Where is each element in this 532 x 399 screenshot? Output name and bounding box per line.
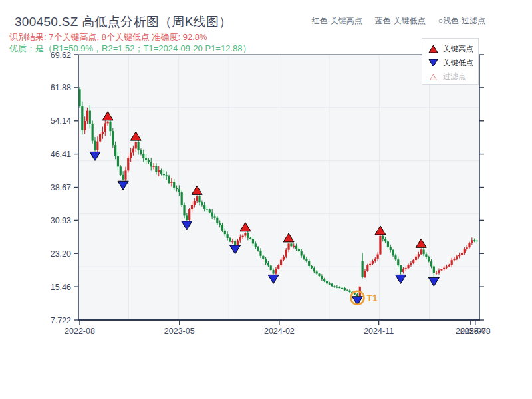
candle-body — [191, 205, 193, 209]
candle-body — [372, 261, 374, 264]
header-legend-key-low: 蓝色-关键低点 — [375, 15, 426, 27]
candle-body — [287, 243, 289, 249]
triangle-down-icon — [428, 59, 438, 67]
candle-body — [303, 255, 305, 258]
candle-body — [135, 142, 137, 149]
candle-body — [114, 145, 116, 156]
candle-body — [99, 134, 101, 142]
candle-body — [265, 259, 267, 263]
candle-body — [178, 189, 180, 192]
candle-body — [407, 265, 409, 268]
candle-body — [219, 223, 221, 225]
y-tick-label: 46.41 — [51, 150, 71, 159]
candle-body — [333, 286, 335, 287]
candle-body — [267, 263, 269, 265]
candle-body — [78, 89, 80, 106]
candle-body — [224, 231, 226, 234]
candle-body — [392, 250, 394, 255]
legend-item-key-low: 关键低点 — [428, 56, 478, 70]
candle-body — [203, 205, 205, 209]
candle-body — [308, 261, 310, 266]
candle-body — [476, 241, 478, 241]
quality-result-text: 优质：是（R1=50.9%，R2=1.52；T1=2024-09-20 P1=1… — [9, 43, 251, 55]
y-tick-label: 23.20 — [51, 249, 71, 259]
candle-body — [242, 236, 244, 237]
candle-body — [326, 281, 328, 283]
candle-body — [196, 196, 198, 201]
candle-body — [176, 188, 178, 189]
candle-body — [338, 287, 340, 288]
candle-body — [473, 240, 475, 241]
candle-body — [227, 234, 229, 238]
y-tick-label: 54.14 — [51, 116, 71, 126]
candle-body — [255, 243, 257, 247]
x-tick-label: 2023-05 — [164, 327, 195, 336]
candle-body — [84, 121, 86, 130]
candle-body — [471, 240, 473, 243]
candle-body — [94, 141, 96, 150]
candle-body — [341, 288, 343, 289]
candle-body — [234, 241, 236, 245]
legend-label: 过滤点 — [443, 72, 466, 82]
candle-body — [257, 247, 259, 251]
candle-body — [211, 213, 213, 217]
candle-body — [458, 255, 460, 256]
candle-body — [428, 257, 430, 261]
y-tick-label: 15.46 — [51, 283, 71, 292]
candle-body — [305, 259, 307, 261]
candle-body — [390, 247, 392, 251]
candle-body — [137, 142, 139, 150]
candle-body — [461, 253, 463, 255]
candle-body — [181, 192, 183, 205]
candle-body — [400, 265, 402, 272]
candle-body — [188, 209, 190, 220]
candle-body — [468, 243, 470, 247]
candle-body — [92, 124, 94, 141]
x-tick-label: 2024-11 — [364, 327, 394, 336]
candle-body — [132, 148, 134, 152]
candle-body — [354, 293, 356, 294]
candle-body — [433, 267, 435, 273]
triangle-up-icon — [428, 45, 438, 53]
candle-body — [198, 196, 200, 202]
candle-body — [148, 160, 150, 162]
candle-body — [102, 132, 104, 134]
candle-body — [405, 268, 407, 269]
candle-body — [158, 170, 160, 172]
candle-body — [252, 239, 254, 243]
candle-body — [425, 254, 427, 257]
candle-body — [410, 263, 412, 265]
candle-body — [173, 182, 175, 188]
candle-body — [170, 182, 172, 183]
candle-body — [402, 269, 404, 272]
candle-body — [321, 276, 323, 279]
candle-body — [229, 238, 231, 241]
t1-label: T1 — [366, 293, 378, 303]
recognition-result-text: 识别结果: 7个关键高点, 8个关键低点 准确度: 92.8% — [9, 31, 207, 43]
candle-body — [412, 260, 414, 263]
candle-body — [394, 255, 396, 259]
candle-body — [124, 170, 126, 179]
candle-body — [145, 158, 147, 160]
candle-body — [456, 256, 458, 259]
candle-body — [323, 279, 325, 281]
legend-item-key-high: 关键高点 — [428, 42, 478, 56]
x-tick-label: 2025-08 — [460, 327, 491, 336]
candle-body — [86, 111, 88, 121]
candle-body — [259, 251, 261, 256]
candle-body — [142, 154, 144, 158]
candle-body — [316, 271, 318, 273]
candle-body — [216, 218, 218, 223]
candle-body — [295, 246, 297, 249]
candle-body — [438, 270, 440, 273]
candle-body — [348, 291, 350, 292]
candle-body — [377, 255, 379, 259]
candle-body — [209, 209, 211, 212]
y-tick-label: 38.67 — [51, 183, 71, 192]
candle-body — [231, 241, 233, 242]
candle-body — [81, 106, 83, 130]
candle-body — [107, 122, 109, 124]
candle-body — [152, 166, 154, 167]
legend-label: 关键低点 — [443, 58, 473, 68]
candle-body — [387, 241, 389, 247]
